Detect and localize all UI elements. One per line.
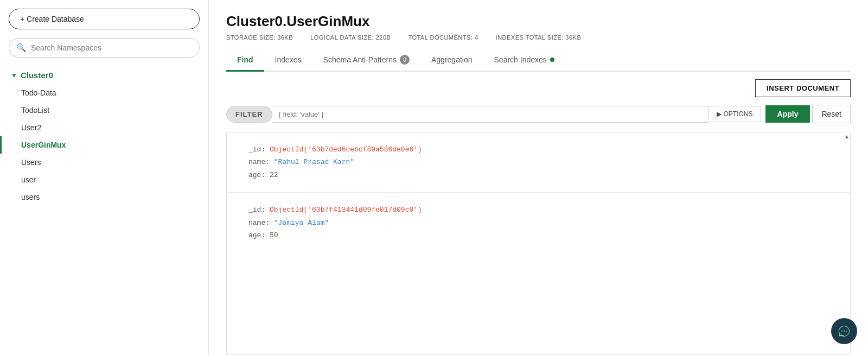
sidebar-item-users-lower[interactable]: users xyxy=(0,188,208,206)
field-key-name-2: name: xyxy=(248,219,274,227)
tab-aggregation-label: Aggregation xyxy=(431,55,473,64)
cluster-header[interactable]: ▼ Cluster0 xyxy=(0,66,208,84)
storage-size-stat: STORAGE SIZE: 36KB xyxy=(226,34,293,41)
sidebar-item-label: Users xyxy=(21,158,41,167)
field-key-id: _id: xyxy=(248,145,270,154)
tab-schema-label: Schema Anti-Patterns xyxy=(323,55,397,64)
sidebar-item-label: Todo-Data xyxy=(21,88,56,97)
toolbar: INSERT DOCUMENT xyxy=(226,72,851,105)
documents-area: ▲ _id: ObjectId('63b7ded6cebcf89a586de0e… xyxy=(226,132,851,355)
cluster-section: ▼ Cluster0 Todo-Data TodoList User2 User… xyxy=(0,64,208,208)
indexes-total-size-stat: INDEXES TOTAL SIZE: 36KB xyxy=(496,34,582,41)
doc-field-name-2: name: "Jamiya Alam" xyxy=(248,217,828,229)
svg-point-1 xyxy=(844,331,845,332)
document-card-2: _id: ObjectId('63b7f413441d09fe017d09c0'… xyxy=(227,193,850,252)
doc-field-id-1: _id: ObjectId('63b7ded6cebcf89a586de0e6'… xyxy=(248,143,828,156)
filter-input[interactable] xyxy=(272,106,709,123)
sidebar-item-todo-data[interactable]: Todo-Data xyxy=(0,84,208,102)
insert-document-button[interactable]: INSERT DOCUMENT xyxy=(755,79,851,97)
chevron-down-icon: ▼ xyxy=(11,72,17,79)
tab-aggregation[interactable]: Aggregation xyxy=(420,49,483,72)
scroll-up-button[interactable]: ▲ xyxy=(844,132,850,141)
nav-items: Todo-Data TodoList User2 UserGinMux User… xyxy=(0,84,208,206)
field-key-age-2: age: xyxy=(248,231,270,239)
doc-field-name-1: name: "Rahul Prasad Karn" xyxy=(248,156,828,168)
doc-field-age-1: age: 22 xyxy=(248,169,828,181)
options-button[interactable]: ▶ OPTIONS xyxy=(709,106,761,122)
tab-search-indexes-label: Search Indexes xyxy=(494,55,547,64)
sidebar-item-users-cap[interactable]: Users xyxy=(0,154,208,171)
create-database-button[interactable]: + Create Database xyxy=(9,9,200,29)
field-key-id-2: _id: xyxy=(248,206,270,214)
sidebar-item-userginmux[interactable]: UserGinMux xyxy=(0,136,208,154)
sidebar-item-todolist[interactable]: TodoList xyxy=(0,102,208,119)
tab-find[interactable]: Find xyxy=(226,49,264,72)
svg-point-0 xyxy=(841,331,843,332)
field-key-age: age: xyxy=(248,171,270,179)
sidebar-item-label: users xyxy=(21,193,40,201)
field-val-id-2: ObjectId('63b7f413441d09fe017d09c0') xyxy=(270,206,422,214)
sidebar-item-user2[interactable]: User2 xyxy=(0,119,208,136)
field-val-age-1: 22 xyxy=(270,171,278,179)
apply-button[interactable]: Apply xyxy=(765,105,810,123)
tab-find-label: Find xyxy=(237,55,253,64)
field-val-id-1: ObjectId('63b7ded6cebcf89a586de0e6') xyxy=(270,145,422,154)
svg-point-2 xyxy=(846,331,847,332)
tab-search-indexes[interactable]: Search Indexes xyxy=(483,49,565,72)
doc-field-age-2: age: 50 xyxy=(248,229,828,242)
sidebar: + Create Database 🔍 ▼ Cluster0 Todo-Data… xyxy=(0,0,209,355)
field-val-age-2: 50 xyxy=(270,231,278,239)
sidebar-item-label: TodoList xyxy=(21,106,49,115)
search-namespaces-wrapper: 🔍 xyxy=(9,38,200,58)
chat-icon xyxy=(838,325,851,338)
search-indexes-dot xyxy=(550,58,554,62)
tab-indexes-label: Indexes xyxy=(275,55,302,64)
field-key-name: name: xyxy=(248,158,274,166)
search-namespaces-input[interactable] xyxy=(9,38,200,58)
sidebar-item-label: user xyxy=(21,175,36,184)
tabs: Find Indexes Schema Anti-Patterns 0 Aggr… xyxy=(226,49,851,72)
tab-indexes[interactable]: Indexes xyxy=(264,49,312,72)
chat-support-button[interactable] xyxy=(831,318,857,344)
tab-schema-anti-patterns[interactable]: Schema Anti-Patterns 0 xyxy=(312,49,420,72)
document-card-1: _id: ObjectId('63b7ded6cebcf89a586de0e6'… xyxy=(227,132,850,193)
collection-title: Cluster0.UserGinMux xyxy=(226,13,851,30)
total-documents-stat: TOTAL DOCUMENTS: 4 xyxy=(408,34,478,41)
field-val-name-1: "Rahul Prasad Karn" xyxy=(274,158,354,166)
doc-field-id-2: _id: ObjectId('63b7f413441d09fe017d09c0'… xyxy=(248,204,828,216)
search-icon: 🔍 xyxy=(16,43,27,53)
cluster-name: Cluster0 xyxy=(21,71,53,80)
sidebar-item-label: UserGinMux xyxy=(21,141,66,149)
filter-label: FILTER xyxy=(226,106,272,123)
logical-data-size-stat: LOGICAL DATA SIZE: 220B xyxy=(310,34,391,41)
schema-badge: 0 xyxy=(400,55,410,65)
sidebar-item-user-lower[interactable]: user xyxy=(0,171,208,188)
sidebar-item-label: User2 xyxy=(21,123,41,132)
stats-bar: STORAGE SIZE: 36KB LOGICAL DATA SIZE: 22… xyxy=(226,34,851,41)
main-content: Cluster0.UserGinMux STORAGE SIZE: 36KB L… xyxy=(209,0,868,355)
reset-button[interactable]: Reset xyxy=(812,105,851,123)
field-val-name-2: "Jamiya Alam" xyxy=(274,219,329,227)
filter-bar: FILTER ▶ OPTIONS Apply Reset xyxy=(226,105,851,123)
